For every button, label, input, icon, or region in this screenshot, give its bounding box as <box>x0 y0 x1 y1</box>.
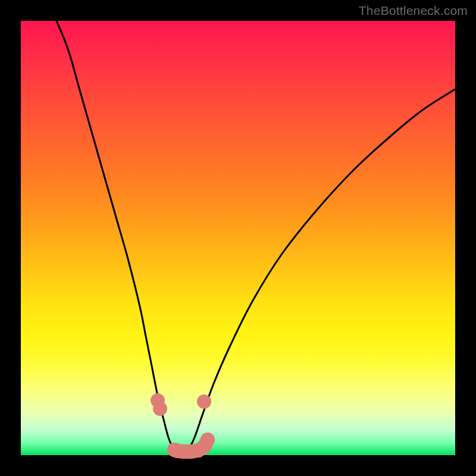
chart-frame: TheBottleneck.com <box>0 0 476 476</box>
data-dot <box>153 402 167 416</box>
data-dot <box>201 433 215 447</box>
left-curve <box>57 21 183 455</box>
right-curve <box>183 89 455 455</box>
curve-lines <box>57 21 455 455</box>
plot-area <box>21 21 455 455</box>
watermark-text: TheBottleneck.com <box>359 4 468 18</box>
data-dot <box>197 394 211 409</box>
chart-svg <box>21 21 455 455</box>
bottom-dots <box>151 393 215 459</box>
